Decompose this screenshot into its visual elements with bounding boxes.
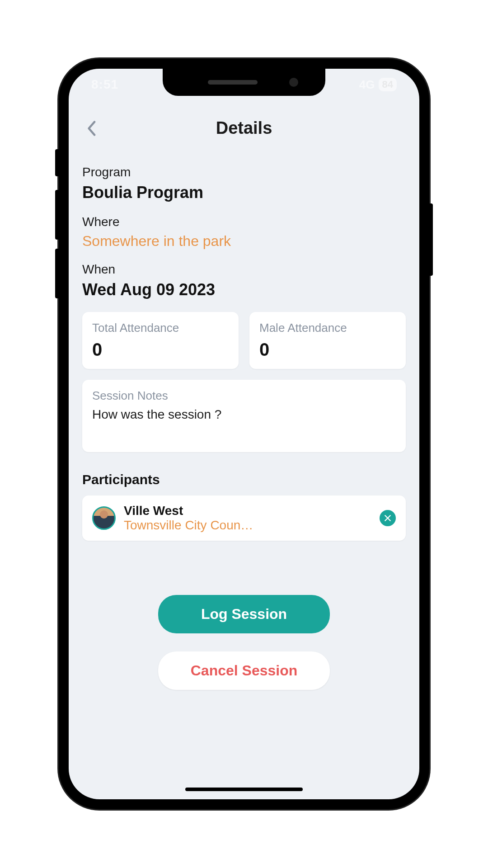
battery-indicator: 84 — [379, 78, 397, 91]
program-value: Boulia Program — [82, 183, 406, 202]
when-value: Wed Aug 09 2023 — [82, 280, 406, 299]
session-notes-card[interactable]: Session Notes How was the session ? — [82, 380, 406, 452]
male-attendance-label: Male Attendance — [259, 321, 396, 335]
status-time: 8:51 — [91, 77, 118, 92]
phone-frame: 8:51 4G 84 Details Program Boulia Progra… — [59, 59, 429, 809]
home-indicator[interactable] — [185, 788, 303, 791]
male-attendance-value: 0 — [259, 340, 396, 360]
when-label: When — [82, 262, 406, 277]
session-notes-label: Session Notes — [92, 389, 396, 403]
total-attendance-card[interactable]: Total Attendance 0 — [82, 312, 239, 369]
power-button — [428, 203, 433, 276]
network-label: 4G — [359, 78, 375, 92]
volume-down-button — [55, 249, 60, 298]
speaker — [208, 80, 258, 85]
participant-name: Ville West — [124, 504, 371, 518]
avatar — [92, 506, 116, 530]
session-notes-text: How was the session ? — [92, 407, 396, 422]
where-label: Where — [82, 215, 406, 229]
side-button — [55, 149, 60, 176]
where-value[interactable]: Somewhere in the park — [82, 233, 406, 250]
male-attendance-card[interactable]: Male Attendance 0 — [249, 312, 406, 369]
screen: 8:51 4G 84 Details Program Boulia Progra… — [69, 69, 419, 799]
content: Details Program Boulia Program Where Som… — [69, 69, 419, 799]
remove-participant-button[interactable] — [380, 510, 396, 526]
notch — [163, 69, 325, 96]
header: Details — [82, 118, 406, 138]
status-right: 4G 84 — [359, 78, 397, 92]
attendance-row: Total Attendance 0 Male Attendance 0 — [82, 312, 406, 369]
close-icon — [384, 514, 391, 522]
total-attendance-value: 0 — [92, 340, 229, 360]
front-camera — [289, 78, 298, 87]
participants-title: Participants — [82, 472, 406, 487]
participant-org: Townsville City Coun… — [124, 518, 371, 533]
back-button[interactable] — [82, 119, 100, 137]
actions: Log Session Cancel Session — [82, 595, 406, 690]
total-attendance-label: Total Attendance — [92, 321, 229, 335]
volume-up-button — [55, 190, 60, 240]
program-label: Program — [82, 165, 406, 179]
log-session-button[interactable]: Log Session — [158, 595, 330, 633]
participant-item[interactable]: Ville West Townsville City Coun… — [82, 495, 406, 541]
participant-info: Ville West Townsville City Coun… — [124, 504, 371, 533]
page-title: Details — [216, 118, 272, 138]
chevron-left-icon — [86, 120, 96, 137]
cancel-session-button[interactable]: Cancel Session — [158, 651, 330, 690]
